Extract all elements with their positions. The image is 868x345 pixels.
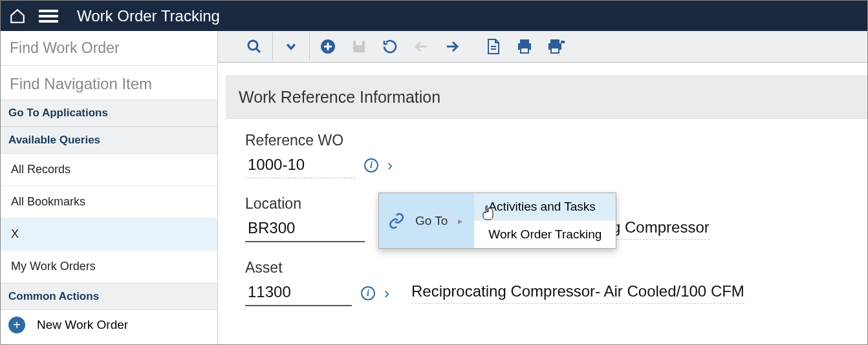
goto-option-activities[interactable]: Activities and Tasks [474, 193, 616, 220]
new-work-order-action[interactable]: + New Work Order [1, 310, 217, 335]
chevron-right-icon[interactable]: › [387, 156, 393, 174]
home-icon[interactable] [8, 7, 27, 25]
sidebar-section-goto-apps[interactable]: Go To Applications [1, 99, 217, 127]
sidebar-item-x[interactable]: X [1, 218, 217, 251]
svg-rect-14 [520, 39, 529, 43]
goto-popup: Go To ▸ Activities and Tasks Work Order … [378, 193, 616, 249]
back-arrow-icon [406, 32, 437, 61]
sidebar-item-all-records[interactable]: All Records [1, 154, 217, 186]
sidebar-item-my-work-orders[interactable]: My Work Orders [1, 251, 217, 283]
goto-menu-trigger[interactable]: Go To ▸ [379, 193, 474, 248]
svg-rect-1 [39, 15, 58, 17]
svg-point-3 [248, 41, 257, 50]
document-icon[interactable] [478, 32, 509, 61]
link-icon [388, 213, 405, 229]
triangle-right-icon: ▸ [458, 216, 462, 226]
info-icon[interactable]: i [364, 158, 378, 172]
toolbar [218, 31, 867, 63]
location-value[interactable]: BR300 [245, 216, 365, 242]
search-icon[interactable] [239, 32, 270, 61]
asset-value[interactable]: 11300 [245, 280, 352, 306]
asset-label: Asset [245, 259, 854, 277]
refresh-icon[interactable] [374, 32, 406, 61]
svg-rect-19 [551, 48, 559, 53]
sidebar-section-queries[interactable]: Available Queries [1, 127, 217, 154]
page-title: Work Order Tracking [77, 7, 220, 25]
svg-rect-20 [561, 41, 565, 43]
sidebar: Find Navigation Item Go To Applications … [1, 31, 218, 344]
forward-arrow-icon[interactable] [437, 32, 468, 61]
svg-rect-17 [550, 39, 559, 43]
info-icon[interactable]: i [361, 286, 375, 300]
goto-option-work-order-tracking[interactable]: Work Order Tracking [474, 220, 616, 248]
section-header: Work Reference Information [226, 76, 867, 119]
save-icon [343, 32, 374, 61]
reference-wo-label: Reference WO [245, 132, 854, 149]
svg-rect-16 [521, 48, 528, 53]
sidebar-item-all-bookmarks[interactable]: All Bookmarks [1, 186, 217, 218]
new-work-order-label: New Work Order [37, 318, 128, 332]
reference-wo-value[interactable]: 1000-10 [245, 153, 355, 178]
print-all-icon[interactable] [540, 32, 571, 61]
chevron-down-icon[interactable] [276, 32, 307, 61]
svg-rect-9 [356, 41, 362, 45]
svg-rect-2 [39, 20, 58, 23]
print-icon[interactable] [509, 32, 540, 61]
add-new-icon[interactable] [312, 32, 343, 61]
main-panel: Work Reference Information Reference WO … [218, 31, 867, 344]
sidebar-section-common-actions[interactable]: Common Actions [1, 283, 217, 310]
plus-circle-icon: + [8, 317, 25, 333]
chevron-right-icon[interactable]: › [384, 284, 389, 302]
hamburger-menu-icon[interactable] [38, 6, 59, 26]
svg-rect-0 [39, 10, 58, 12]
find-work-order-input[interactable] [10, 39, 208, 57]
svg-line-4 [256, 48, 260, 52]
asset-description: Reciprocating Compressor- Air Cooled/100… [411, 282, 744, 304]
sidebar-search-row [1, 31, 217, 66]
goto-label: Go To [415, 214, 448, 228]
find-nav-item-label[interactable]: Find Navigation Item [1, 66, 217, 99]
app-header: Work Order Tracking [0, 0, 868, 31]
